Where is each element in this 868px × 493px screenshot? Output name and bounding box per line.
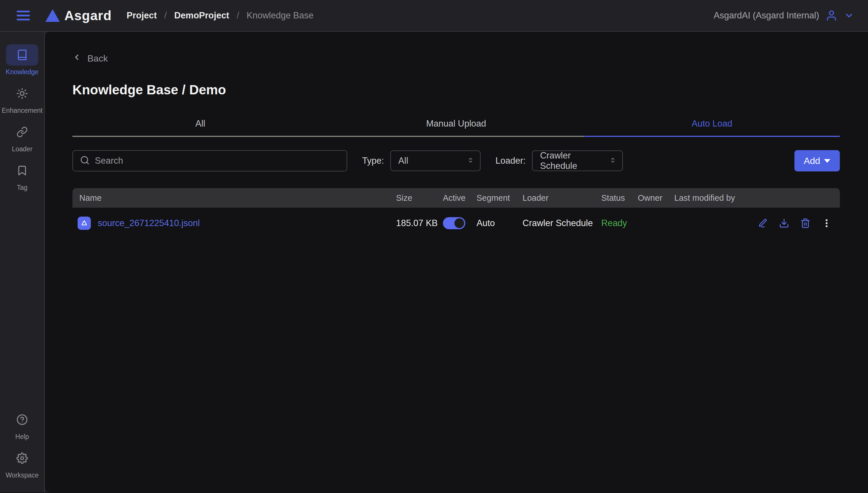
file-name-link[interactable]: source_2671225410.jsonl	[98, 218, 200, 228]
tab-auto-load[interactable]: Auto Load	[584, 116, 840, 137]
chevron-left-icon	[72, 53, 81, 64]
caret-down-icon	[824, 159, 830, 163]
page-title: Knowledge Base / Demo	[72, 82, 840, 97]
toggle-knob	[454, 218, 464, 228]
sidebar-item-label: Knowledge	[6, 68, 39, 76]
back-button[interactable]: Back	[72, 53, 108, 64]
sidebar-item-loader[interactable]: Loader	[0, 121, 44, 153]
sidebar-item-help[interactable]: Help	[0, 409, 44, 441]
edit-button[interactable]	[758, 218, 768, 228]
book-icon	[6, 44, 38, 66]
column-header-segment: Segment	[477, 193, 523, 203]
column-header-owner: Owner	[638, 193, 674, 203]
table-row: source_2671225410.jsonl 185.07 KB Auto C…	[72, 211, 840, 235]
sidebar-item-label: Enhancement	[2, 107, 43, 114]
loader-filter-label: Loader:	[496, 156, 526, 166]
sidebar-item-label: Tag	[17, 184, 27, 192]
sources-table: Name Size Active Segment Loader Status O…	[72, 188, 840, 235]
main-content: Back Knowledge Base / Demo All Manual Up…	[45, 31, 868, 492]
table-header-row: Name Size Active Segment Loader Status O…	[72, 188, 840, 208]
tab-bar: All Manual Upload Auto Load	[72, 116, 840, 137]
bookmark-icon	[6, 160, 38, 181]
chevrons-up-down-icon	[467, 156, 474, 166]
sidebar-item-label: Workspace	[6, 471, 39, 479]
breadcrumb-separator: /	[236, 10, 239, 21]
breadcrumb-item-knowledge-base: Knowledge Base	[247, 10, 314, 21]
help-circle-icon	[6, 409, 38, 430]
gear-icon	[6, 448, 38, 469]
logo-text: Asgard	[64, 8, 112, 23]
type-select[interactable]: All	[390, 150, 481, 171]
size-cell: 185.07 KB	[396, 218, 443, 228]
filter-toolbar: Type: All Loader: Crawler Schedule Add	[72, 150, 840, 171]
logo[interactable]: Asgard	[45, 8, 112, 23]
delete-button[interactable]	[800, 218, 810, 228]
back-label: Back	[87, 53, 108, 64]
menu-button[interactable]	[17, 10, 31, 21]
sidebar-item-tag[interactable]: Tag	[0, 160, 44, 192]
sidebar-item-label: Help	[15, 433, 29, 441]
search-input[interactable]	[95, 156, 340, 166]
loader-cell: Crawler Schedule	[523, 218, 601, 228]
triangle-logo-icon	[45, 9, 60, 22]
kebab-menu-icon	[821, 218, 832, 228]
chevrons-up-down-icon	[609, 156, 617, 166]
column-header-last-modified-by: Last modified by	[674, 193, 840, 203]
sidebar-item-knowledge[interactable]: Knowledge	[0, 44, 44, 76]
breadcrumb: Project / DemoProject / Knowledge Base	[127, 10, 313, 21]
chevron-down-icon	[844, 10, 854, 21]
add-button-label: Add	[804, 156, 820, 166]
hamburger-icon	[17, 10, 30, 13]
download-button[interactable]	[779, 218, 789, 228]
user-icon	[825, 9, 838, 22]
sidebar: Knowledge Enhancement Loader Tag	[0, 31, 45, 492]
app-header: Asgard Project / DemoProject / Knowledge…	[0, 0, 868, 31]
segment-cell: Auto	[477, 218, 523, 228]
account-menu[interactable]: AsgardAI (Asgard Internal)	[714, 9, 854, 22]
breadcrumb-item-project[interactable]: Project	[127, 10, 157, 21]
active-toggle[interactable]	[443, 217, 465, 229]
sidebar-item-enhancement[interactable]: Enhancement	[0, 83, 44, 114]
jsonl-file-icon	[77, 217, 91, 230]
loader-select-value: Crawler Schedule	[540, 150, 609, 171]
trash-icon	[800, 218, 810, 228]
account-label: AsgardAI (Asgard Internal)	[714, 10, 819, 21]
column-header-name: Name	[72, 193, 396, 203]
column-header-size: Size	[396, 193, 443, 203]
column-header-loader: Loader	[523, 193, 601, 203]
type-filter-label: Type:	[362, 156, 384, 166]
column-header-active: Active	[443, 193, 477, 203]
column-header-status: Status	[601, 193, 638, 203]
link-icon	[6, 121, 38, 143]
more-actions-button[interactable]	[821, 218, 832, 228]
breadcrumb-item-demoproject[interactable]: DemoProject	[174, 10, 229, 21]
sidebar-item-label: Loader	[12, 145, 32, 153]
download-icon	[779, 218, 789, 228]
search-icon	[80, 155, 90, 166]
edit-icon	[758, 218, 768, 228]
status-badge: Ready	[601, 218, 638, 228]
search-box	[72, 150, 347, 171]
sidebar-item-workspace[interactable]: Workspace	[0, 448, 44, 479]
tab-manual-upload[interactable]: Manual Upload	[328, 116, 584, 137]
active-cell	[443, 217, 477, 229]
name-cell: source_2671225410.jsonl	[72, 217, 396, 230]
add-button[interactable]: Add	[794, 150, 840, 171]
sun-icon	[6, 83, 38, 104]
type-select-value: All	[398, 156, 408, 166]
breadcrumb-separator: /	[164, 10, 167, 21]
loader-select[interactable]: Crawler Schedule	[532, 150, 623, 171]
row-actions	[674, 218, 840, 228]
tab-all[interactable]: All	[72, 116, 328, 137]
